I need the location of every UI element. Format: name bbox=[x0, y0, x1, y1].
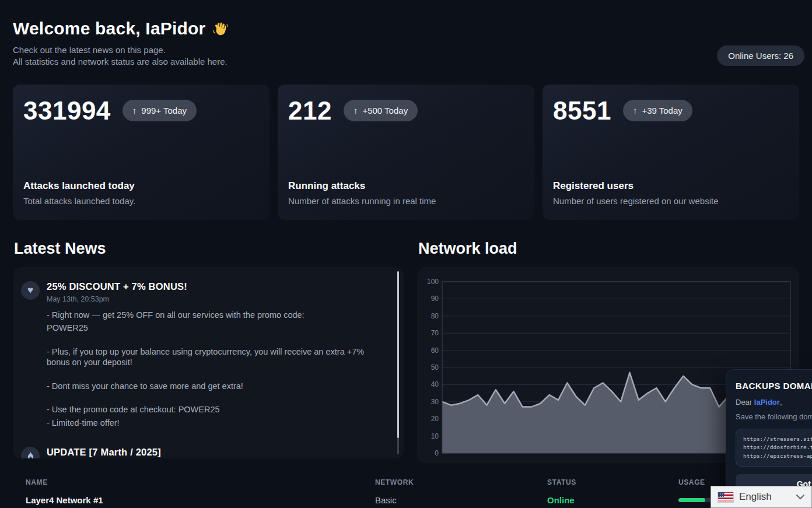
news-body-line: POWER25 bbox=[47, 323, 388, 334]
svg-text:50: 50 bbox=[431, 363, 439, 372]
language-selector[interactable]: English bbox=[710, 486, 812, 508]
svg-text:80: 80 bbox=[431, 311, 439, 320]
backup-domains-list: https://stressers.sitehttps://ddosforhir… bbox=[736, 429, 812, 467]
popup-username: IaPidor bbox=[754, 398, 780, 407]
table-header-cell: STATUS bbox=[547, 478, 678, 493]
svg-text:60: 60 bbox=[431, 346, 439, 354]
svg-text:10: 10 bbox=[431, 432, 439, 440]
popup-dear-suffix: , bbox=[780, 398, 782, 407]
svg-text:100: 100 bbox=[427, 278, 439, 286]
stat-card-registered-users: 8551 ↑ +39 Today Registered users Number… bbox=[542, 85, 799, 220]
stat-card-running-attacks: 212 ↑ +500 Today Running attacks Number … bbox=[278, 85, 534, 220]
news-body-line bbox=[47, 370, 388, 379]
news-date: May 13th, 20:53pm bbox=[47, 295, 388, 303]
page-subtitle: Check out the latest news on this page. … bbox=[13, 44, 799, 68]
popup-dear-prefix: Dear bbox=[736, 398, 754, 407]
popup-message: Save the following domains bbox=[736, 412, 812, 421]
domain-line: https://epicstress-api bbox=[743, 452, 812, 460]
latest-news-heading: Latest News bbox=[14, 240, 404, 258]
backups-domains-popup: BACKUPS DOMAINS Dear IaPidor, Save the f… bbox=[726, 369, 812, 493]
news-item-content: UPDATE [7 Marth / 2025] March 07th, 17:2… bbox=[47, 447, 161, 458]
svg-text:20: 20 bbox=[431, 415, 439, 423]
popup-title: BACKUPS DOMAINS bbox=[736, 381, 812, 391]
news-body-line: - Use the promo code at checkout: POWER2… bbox=[47, 404, 388, 415]
middle-row: Latest News ♥ 25% DISCOUNT + 7% BONUS! M… bbox=[13, 240, 799, 463]
stat-badge-label: +39 Today bbox=[642, 106, 682, 115]
stat-value: 8551 bbox=[553, 96, 611, 125]
table-cell: Basic bbox=[375, 493, 547, 507]
arrow-up-icon: ↑ bbox=[132, 106, 137, 115]
news-body-line bbox=[47, 394, 388, 402]
stat-title: Running attacks bbox=[288, 180, 524, 192]
page-header: Welcome back, IaPidor Check out the late… bbox=[13, 19, 799, 68]
news-item: ♥ 25% DISCOUNT + 7% BONUS! May 13th, 20:… bbox=[21, 281, 388, 431]
subtitle-line-2: All statistics and network status are al… bbox=[13, 56, 799, 68]
stat-card-attacks-today: 331994 ↑ 999+ Today Attacks launched tod… bbox=[13, 85, 270, 220]
subtitle-line-1: Check out the latest news on this page. bbox=[13, 44, 799, 56]
wave-hand-icon bbox=[211, 20, 229, 37]
svg-text:0: 0 bbox=[435, 449, 439, 457]
news-scrollbar-thumb[interactable] bbox=[397, 271, 399, 438]
domain-line: https://stressers.site bbox=[743, 435, 812, 443]
stat-trend-badge: ↑ +39 Today bbox=[623, 100, 692, 121]
stat-title: Registered users bbox=[553, 180, 789, 192]
news-scrollbar-track[interactable] bbox=[397, 271, 399, 454]
news-panel: ♥ 25% DISCOUNT + 7% BONUS! May 13th, 20:… bbox=[13, 267, 404, 458]
news-body-line: - Plus, if you top up your balance using… bbox=[47, 346, 388, 368]
stat-description: Number of attacks running in real time bbox=[288, 196, 524, 206]
svg-text:70: 70 bbox=[431, 329, 439, 337]
news-body-line: - Dont miss your chance to save more and… bbox=[47, 381, 388, 392]
network-load-heading: Network load bbox=[418, 240, 799, 258]
greeting-text: Welcome back, IaPidor bbox=[13, 19, 205, 38]
stat-trend-badge: ↑ 999+ Today bbox=[123, 100, 197, 121]
svg-text:30: 30 bbox=[431, 397, 439, 405]
news-body-line: - Right now — get 25% OFF on all our ser… bbox=[47, 310, 388, 321]
table-header-cell: NETWORK bbox=[375, 478, 547, 493]
popup-greeting: Dear IaPidor, bbox=[736, 398, 812, 407]
news-item-content: 25% DISCOUNT + 7% BONUS! May 13th, 20:53… bbox=[47, 281, 388, 431]
news-body-line: - Limited-time offer! bbox=[47, 418, 388, 429]
stat-description: Number of users registered on our websit… bbox=[553, 196, 789, 206]
table-header-cell: NAME bbox=[26, 478, 375, 493]
domain-line: https://ddosforhire.to bbox=[743, 443, 812, 451]
table-cell: Online bbox=[547, 493, 678, 507]
svg-text:90: 90 bbox=[431, 295, 439, 303]
latest-news-section: Latest News ♥ 25% DISCOUNT + 7% BONUS! M… bbox=[13, 240, 404, 463]
arrow-up-icon: ↑ bbox=[633, 106, 638, 115]
chevron-down-icon bbox=[796, 495, 804, 500]
page-title: Welcome back, IaPidor bbox=[13, 19, 799, 38]
flame-icon bbox=[21, 447, 40, 458]
us-flag-icon bbox=[718, 492, 733, 502]
news-item: UPDATE [7 Marth / 2025] March 07th, 17:2… bbox=[21, 447, 388, 458]
heart-icon: ♥ bbox=[21, 281, 40, 300]
stat-value: 212 bbox=[288, 96, 332, 125]
svg-text:40: 40 bbox=[431, 380, 439, 388]
stat-title: Attacks launched today bbox=[23, 180, 259, 192]
stat-value: 331994 bbox=[23, 96, 111, 125]
news-body: - Right now — get 25% OFF on all our ser… bbox=[47, 310, 388, 429]
news-title: UPDATE [7 Marth / 2025] bbox=[47, 447, 161, 458]
online-users-badge: Online Users: 26 bbox=[717, 45, 804, 66]
arrow-up-icon: ↑ bbox=[354, 106, 358, 115]
stat-badge-label: +500 Today bbox=[362, 106, 408, 115]
stats-row: 331994 ↑ 999+ Today Attacks launched tod… bbox=[13, 85, 799, 220]
table-cell: Layer4 Network #1 bbox=[26, 493, 375, 507]
language-label: English bbox=[739, 491, 772, 503]
stat-trend-badge: ↑ +500 Today bbox=[344, 100, 418, 121]
news-body-line bbox=[47, 336, 388, 344]
news-title: 25% DISCOUNT + 7% BONUS! bbox=[47, 281, 388, 292]
networks-table: NAMENETWORKSTATUSUSAGELayer4 Network #1B… bbox=[13, 478, 799, 508]
stat-description: Total attacks launched today. bbox=[23, 196, 259, 206]
stat-badge-label: 999+ Today bbox=[141, 106, 187, 115]
